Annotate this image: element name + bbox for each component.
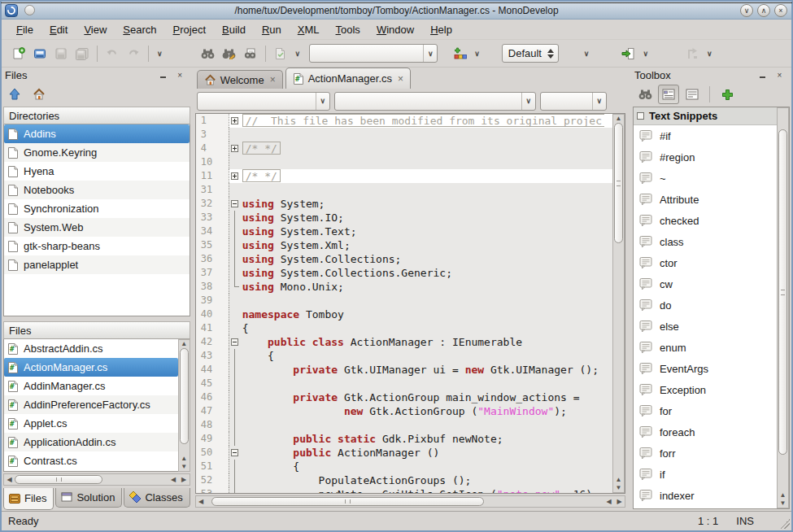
scroll-down-icon[interactable]: ▼ <box>613 484 624 492</box>
toolbox-search-button[interactable] <box>634 85 656 104</box>
pad-tab-solution[interactable]: Solution <box>55 488 122 508</box>
fold-expand-icon[interactable] <box>231 145 238 152</box>
directories-list[interactable]: AddinsGnome.KeyringHyenaNotebooksSynchro… <box>3 124 190 316</box>
menu-build[interactable]: Build <box>214 21 254 38</box>
files-header[interactable]: Files <box>3 321 190 339</box>
toolbox-item[interactable]: else <box>634 316 777 337</box>
menu-edit[interactable]: Edit <box>41 21 76 38</box>
file-item[interactable]: #Applet.cs <box>4 414 178 433</box>
scrollbar-thumb[interactable] <box>15 475 102 484</box>
menu-xml[interactable]: XML <box>290 21 328 38</box>
scroll-up-icon[interactable]: ▲ <box>613 115 624 123</box>
document-actions-button[interactable] <box>270 43 291 64</box>
maximize-icon[interactable]: ∧ <box>757 4 770 17</box>
step-out-button[interactable] <box>682 43 703 64</box>
search-combo[interactable]: ∨ <box>309 44 438 63</box>
menu-help[interactable]: Help <box>422 21 460 38</box>
chevron-down-icon[interactable]: ∨ <box>580 50 594 58</box>
minimize-icon[interactable]: ∨ <box>740 4 753 17</box>
scroll-down-icon[interactable]: ▼ <box>179 463 190 471</box>
fold-collapse-icon[interactable] <box>231 338 238 346</box>
directories-header[interactable]: Directories <box>3 107 190 124</box>
configuration-combo[interactable]: Default <box>502 44 559 63</box>
type-combo[interactable]: ∨ <box>197 92 330 111</box>
toolbox-item[interactable]: #if <box>634 125 777 146</box>
undo-button[interactable] <box>102 43 123 64</box>
toolbox-item[interactable]: class <box>634 231 777 252</box>
editor-vertical-scrollbar[interactable]: ▲ ▲ ▼ <box>612 114 625 493</box>
toolbox-group-header[interactable]: Text Snippets <box>634 107 777 125</box>
folded-summary[interactable]: /* */ <box>242 169 281 182</box>
resize-grip[interactable] <box>780 519 790 529</box>
toolbox-item[interactable]: Exception <box>634 379 777 400</box>
editor-horizontal-scrollbar[interactable]: ◀ ◀ ▶ <box>195 495 625 508</box>
scroll-right-icon[interactable]: ▶ <box>179 476 190 484</box>
files-vertical-scrollbar[interactable]: ▲ ▲ ▼ <box>178 339 190 472</box>
toolbox-detail-view-button[interactable] <box>682 85 703 104</box>
home-button[interactable] <box>29 85 49 104</box>
chevron-down-icon[interactable]: ∨ <box>291 50 305 58</box>
scroll-right-icon[interactable]: ▶ <box>614 498 625 506</box>
directory-item[interactable]: Addins <box>4 124 190 143</box>
scroll-left-icon[interactable]: ◀ <box>603 498 614 506</box>
panel-close-icon[interactable]: × <box>175 70 185 81</box>
panel-minimize-icon[interactable] <box>158 70 168 81</box>
scroll-up-icon[interactable]: ▲ <box>179 455 190 463</box>
pad-tab-classes[interactable]: Classes <box>124 488 190 508</box>
toolbox-item[interactable]: #region <box>634 146 777 168</box>
directory-item[interactable]: System.Web <box>4 218 190 237</box>
toolbar-overflow-chevron[interactable]: ∨ <box>153 50 167 58</box>
go-up-button[interactable] <box>5 85 24 104</box>
add-widgets-button[interactable] <box>449 43 470 64</box>
toolbox-item[interactable]: do <box>634 294 777 316</box>
fold-collapse-icon[interactable] <box>231 200 238 207</box>
add-snippet-button[interactable] <box>717 85 738 104</box>
toolbox-list[interactable]: Text Snippets#if#region~Attributechecked… <box>634 107 777 508</box>
tab-close-icon[interactable]: × <box>396 75 403 83</box>
open-button[interactable] <box>29 43 50 64</box>
scroll-left-icon[interactable]: ◀ <box>168 476 179 484</box>
find-replace-button[interactable] <box>219 43 240 64</box>
directory-item[interactable]: Hyena <box>4 162 190 181</box>
scrollbar-thumb[interactable] <box>614 123 623 243</box>
toolbox-item[interactable]: ctor <box>634 252 777 273</box>
folded-summary[interactable]: // This file has been modified from its … <box>242 114 604 127</box>
find-in-files-button[interactable] <box>240 43 261 64</box>
region-combo[interactable]: ∨ <box>540 92 607 111</box>
close-icon[interactable]: × <box>774 4 787 17</box>
toolbox-vertical-scrollbar[interactable]: ▲ ▼ <box>777 107 789 508</box>
scroll-down-icon[interactable]: ▼ <box>778 499 788 508</box>
toolbox-list-view-button[interactable] <box>658 85 679 104</box>
file-item[interactable]: #ActionManager.cs <box>4 358 178 377</box>
scroll-up-icon[interactable]: ▲ <box>778 491 788 499</box>
menu-file[interactable]: File <box>8 21 41 38</box>
scrollbar-thumb[interactable] <box>778 129 787 455</box>
toolbox-item[interactable]: if <box>634 464 777 485</box>
directory-item[interactable]: panelapplet <box>4 255 190 274</box>
directory-item[interactable]: gtk-sharp-beans <box>4 237 190 255</box>
fold-expand-icon[interactable] <box>231 172 238 180</box>
chevron-down-icon[interactable]: ∨ <box>470 50 484 58</box>
toolbox-item[interactable]: EventArgs <box>634 358 777 379</box>
save-button[interactable] <box>50 43 72 64</box>
scrollbar-thumb[interactable] <box>180 348 189 444</box>
collapse-icon[interactable] <box>637 112 644 120</box>
scrollbar-thumb[interactable] <box>211 497 484 506</box>
menu-search[interactable]: Search <box>115 21 164 38</box>
document-tab-welcome[interactable]: Welcome× <box>197 70 283 89</box>
toolbox-item[interactable]: enum <box>634 337 777 358</box>
file-item[interactable]: #AddinPreferenceFactory.cs <box>4 395 178 414</box>
menu-window[interactable]: Window <box>368 21 422 38</box>
directory-item[interactable]: Notebooks <box>4 181 190 199</box>
new-document-button[interactable] <box>8 43 29 64</box>
scroll-up-icon[interactable]: ▲ <box>613 476 624 484</box>
menu-view[interactable]: View <box>76 21 115 38</box>
member-combo[interactable]: ∨ <box>334 92 536 111</box>
folded-summary[interactable]: /* */ <box>242 142 281 155</box>
toolbox-item[interactable]: foreach <box>634 421 777 443</box>
panel-close-icon[interactable]: × <box>774 70 785 81</box>
directory-item[interactable]: Synchronization <box>4 199 190 218</box>
files-list[interactable]: #AbstractAddin.cs#ActionManager.cs#Addin… <box>3 339 178 472</box>
fold-collapse-icon[interactable] <box>231 449 238 456</box>
code-editor[interactable]: 1// This file has been modified from its… <box>196 114 612 493</box>
